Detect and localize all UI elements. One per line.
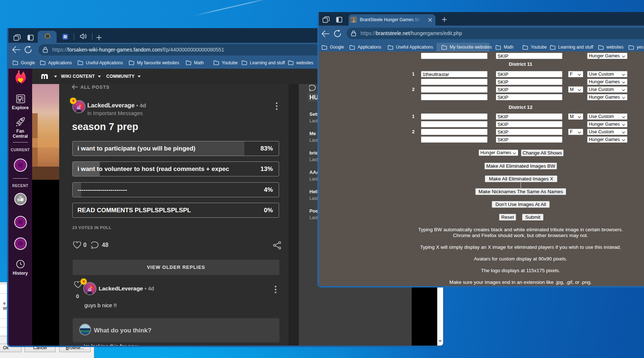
svg-text:BS: BS bbox=[351, 18, 356, 22]
